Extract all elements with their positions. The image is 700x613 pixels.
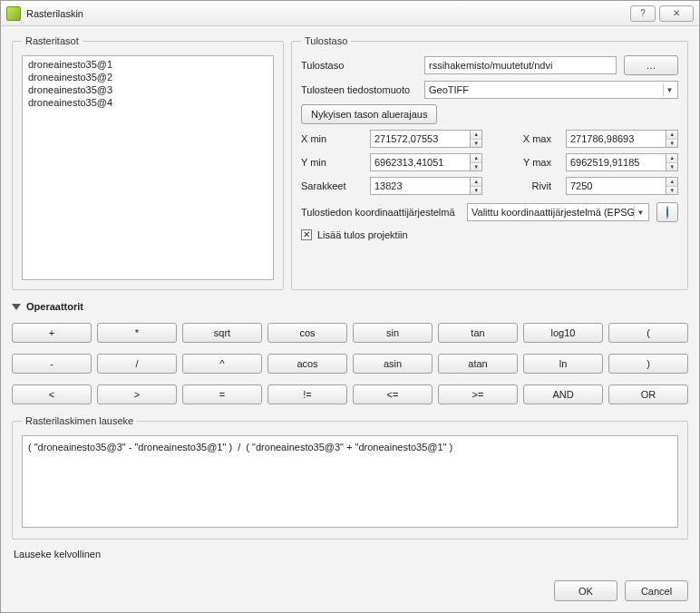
raster-layers-group: Rasteritasot droneainesto35@1droneainest… [12,35,284,290]
operators-row-3: <>=!=<=>=ANDOR [12,384,688,404]
cols-spin[interactable]: ▲▼ [370,177,482,195]
xmin-spin-buttons[interactable]: ▲▼ [471,130,482,148]
operators-row-1: +*sqrtcossintanlog10( [12,323,688,343]
raster-layer-item[interactable]: droneainesto35@3 [26,83,269,96]
cols-label: Sarakkeet [301,180,355,191]
dialog-buttons: OK Cancel [1,575,699,612]
titlebar: Rasterilaskin ? ✕ [1,1,699,26]
raster-layer-item[interactable]: droneainesto35@2 [26,71,269,83]
output-layer-label: Tulostaso [301,60,417,71]
expression-group: Rasterilaskimen lauseke [12,415,688,540]
ymin-spin[interactable]: ▲▼ [370,153,482,171]
xmax-label: X max [497,133,551,144]
operators-row-2: -/^acosasinatanln) [12,354,688,374]
raster-layers-legend: Rasteritasot [22,35,83,46]
operator-button[interactable]: = [182,384,262,404]
operator-button[interactable]: cos [267,323,347,343]
operator-button[interactable]: atan [438,354,518,374]
crs-label: Tulostiedon koordinaattijärjestelmä [301,207,460,218]
operator-button[interactable]: ln [523,354,603,374]
rows-label: Rivit [497,180,551,191]
ymax-label: Y max [497,157,551,168]
help-button[interactable]: ? [630,5,656,22]
operators-legend: Operaattorit [26,301,83,312]
ymax-spin[interactable]: ▲▼ [566,153,678,171]
ymin-label: Y min [301,157,355,168]
operator-button[interactable]: ^ [182,354,262,374]
rows-spin[interactable]: ▲▼ [566,177,678,195]
operator-button[interactable]: >= [438,384,518,404]
crs-value: Valittu koordinaattijärjestelmä (EPSG [472,207,635,218]
expression-textarea[interactable] [22,435,678,528]
app-icon [6,6,21,21]
operator-button[interactable]: asin [353,354,433,374]
operator-button[interactable]: <= [353,384,433,404]
ymax-input[interactable] [566,153,666,171]
xmin-spin[interactable]: ▲▼ [370,130,482,148]
add-to-project-label: Lisää tulos projektiin [317,229,408,240]
ymin-input[interactable] [370,153,471,171]
triangle-down-icon [12,304,21,310]
xmin-label: X min [301,133,355,144]
output-format-value: GeoTIFF [429,84,469,95]
chevron-down-icon: ▼ [663,83,676,96]
cols-spin-buttons[interactable]: ▲▼ [471,177,482,195]
output-layer-input[interactable] [424,56,617,74]
ymin-spin-buttons[interactable]: ▲▼ [471,153,482,171]
operator-button[interactable]: log10 [523,323,603,343]
xmin-input[interactable] [370,130,471,148]
cancel-button[interactable]: Cancel [625,580,688,601]
operator-button[interactable]: AND [523,384,603,404]
operators-toggle[interactable]: Operaattorit [12,301,688,312]
output-format-combo[interactable]: GeoTIFF ▼ [424,81,678,99]
operator-button[interactable]: - [12,354,92,374]
operator-button[interactable]: tan [438,323,518,343]
ok-button[interactable]: OK [554,580,617,601]
crs-select-button[interactable] [656,202,678,222]
raster-layers-listbox[interactable]: droneainesto35@1droneainesto35@2droneain… [22,55,274,280]
output-group: Tulostaso Tulostaso … Tulosteen tiedosto… [291,35,688,290]
operator-button[interactable]: acos [267,354,347,374]
raster-layer-item[interactable]: droneainesto35@1 [26,58,269,71]
rows-input[interactable] [566,177,666,195]
operator-button[interactable]: + [12,323,92,343]
add-to-project-checkbox[interactable]: ✕ [301,229,312,240]
operator-button[interactable]: ) [608,354,688,374]
ymax-spin-buttons[interactable]: ▲▼ [666,153,678,171]
xmax-input[interactable] [566,130,666,148]
cols-input[interactable] [370,177,471,195]
operator-button[interactable]: < [12,384,92,404]
operator-button[interactable]: sqrt [182,323,262,343]
window-title: Rasterilaskin [26,8,627,19]
operator-button[interactable]: sin [353,323,433,343]
dialog-window: Rasterilaskin ? ✕ Rasteritasot droneaine… [0,0,700,613]
status-text: Lauseke kelvollinen [14,549,686,559]
xmax-spin[interactable]: ▲▼ [566,130,678,148]
crs-combo[interactable]: Valittu koordinaattijärjestelmä (EPSG ▼ [467,203,649,221]
operator-button[interactable]: != [267,384,347,404]
globe-icon [666,206,668,219]
operator-button[interactable]: > [97,384,177,404]
browse-button[interactable]: … [624,55,678,75]
chevron-down-icon: ▼ [634,206,647,219]
current-extent-button[interactable]: Nykyisen tason aluerajaus [301,104,437,124]
raster-layer-item[interactable]: droneainesto35@4 [26,96,269,109]
xmax-spin-buttons[interactable]: ▲▼ [666,130,678,148]
operator-button[interactable]: * [97,323,177,343]
rows-spin-buttons[interactable]: ▲▼ [666,177,678,195]
close-button[interactable]: ✕ [659,5,694,22]
output-legend: Tulostaso [301,35,351,46]
operator-button[interactable]: OR [608,384,688,404]
operator-button[interactable]: / [97,354,177,374]
operator-button[interactable]: ( [608,323,688,343]
expression-legend: Rasterilaskimen lauseke [22,415,137,426]
output-format-label: Tulosteen tiedostomuoto [301,84,417,95]
